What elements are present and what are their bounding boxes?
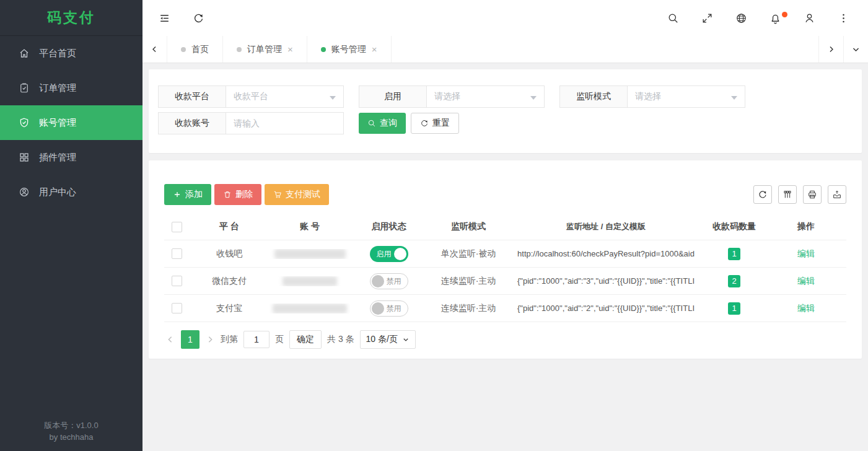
tab-account-management[interactable]: 账号管理 × [307, 36, 392, 63]
platform-cell: 支付宝 [189, 303, 270, 314]
enable-toggle[interactable]: 启用 [370, 246, 408, 262]
tab-bar: 首页 订单管理 × 账号管理 × [142, 36, 868, 63]
globe-icon[interactable] [735, 12, 747, 24]
page-size-value: 10 条/页 [366, 334, 398, 345]
table-row: 支付宝 禁用 连续监听·主动 {"pid":"1000","aid":"2","… [164, 295, 846, 322]
row-checkbox[interactable] [172, 303, 182, 313]
edit-link[interactable]: 编辑 [797, 303, 815, 314]
select-all-checkbox[interactable] [172, 222, 182, 232]
sidebar: 码支付 平台首页 订单管理 账号管理 插件管理 用户中心 版本号：v1.0.0 … [0, 0, 142, 451]
mode-cell: 单次监听·被动 [427, 248, 509, 260]
enabled-select-placeholder: 请选择 [434, 91, 460, 102]
sidebar-item-label: 账号管理 [39, 117, 76, 129]
header-left-icons [158, 12, 204, 24]
sidebar-item-label: 订单管理 [39, 82, 76, 94]
listen-mode-select[interactable]: 请选择 [628, 85, 745, 108]
filter-group-platform: 收款平台 收款平台 [158, 85, 344, 108]
qr-count-badge: 2 [728, 275, 740, 287]
delete-button[interactable]: 删除 [214, 184, 261, 205]
refresh-icon[interactable] [192, 12, 204, 24]
platform-select-placeholder: 收款平台 [234, 91, 268, 102]
export-icon[interactable] [828, 185, 846, 204]
enabled-select[interactable]: 请选择 [427, 85, 545, 108]
app-window: 码支付 平台首页 订单管理 账号管理 插件管理 用户中心 版本号：v1.0.0 … [0, 0, 868, 451]
enabled-filter-label: 启用 [359, 85, 427, 108]
sidebar-item-user-center[interactable]: 用户中心 [0, 175, 142, 209]
goto-page-input[interactable] [243, 331, 270, 348]
enable-toggle[interactable]: 禁用 [370, 273, 408, 289]
tabs-scroll-right-button[interactable] [818, 36, 843, 63]
close-icon[interactable]: × [287, 45, 293, 54]
page-size-select[interactable]: 10 条/页 [360, 330, 416, 349]
listen-mode-filter-label: 监听模式 [559, 85, 628, 108]
sidebar-item-order-management[interactable]: 订单管理 [0, 71, 142, 105]
content-area: 收款平台 收款平台 启用 请选择 监听模式 [142, 63, 868, 451]
redacted-account [273, 304, 347, 313]
sidebar-item-account-management[interactable]: 账号管理 [0, 105, 142, 140]
main-area: 首页 订单管理 × 账号管理 × 收款平台 [142, 0, 868, 451]
account-input[interactable] [226, 112, 344, 134]
toggle-label: 禁用 [387, 274, 401, 289]
shield-check-icon [19, 117, 30, 128]
filter-group-enabled: 启用 请选择 [359, 85, 545, 108]
filter-columns-icon[interactable] [778, 185, 797, 204]
delete-button-label: 删除 [235, 189, 253, 200]
listen-mode-select-placeholder: 请选择 [635, 91, 661, 102]
tab-label: 订单管理 [247, 44, 282, 55]
pay-test-button[interactable]: 支付测试 [265, 184, 329, 205]
chevron-down-icon [530, 96, 537, 100]
tabs-menu-button[interactable] [843, 36, 868, 63]
row-checkbox[interactable] [172, 276, 182, 286]
edit-link[interactable]: 编辑 [797, 248, 815, 260]
table-header-row: 平 台 账 号 启用状态 监听模式 监听地址 / 自定义模版 收款码数量 操作 [164, 214, 846, 240]
pagination-page-1[interactable]: 1 [181, 330, 199, 349]
tab-home[interactable]: 首页 [167, 36, 223, 63]
mode-cell: 连续监听·主动 [427, 303, 509, 314]
table-row: 微信支付 禁用 连续监听·主动 {"pid":"1000","aid":"3",… [164, 268, 846, 295]
chevron-down-icon [330, 96, 336, 100]
tab-label: 账号管理 [331, 44, 366, 55]
pagination-next-button[interactable] [205, 335, 215, 344]
sidebar-item-platform-home[interactable]: 平台首页 [0, 36, 142, 71]
tabs-scroll-left-button[interactable] [142, 36, 167, 63]
search-button[interactable]: 查询 [359, 113, 406, 134]
tab-order-management[interactable]: 订单管理 × [223, 36, 307, 63]
print-icon[interactable] [803, 185, 822, 204]
account-filter-label: 收款账号 [158, 112, 226, 134]
sidebar-item-label: 平台首页 [39, 48, 76, 59]
platform-filter-label: 收款平台 [158, 85, 226, 108]
grid-icon [19, 152, 30, 163]
edit-link[interactable]: 编辑 [797, 276, 815, 287]
pagination-prev-button[interactable] [165, 335, 175, 344]
tab-status-dot [321, 47, 326, 52]
platform-cell: 微信支付 [189, 276, 270, 287]
more-vertical-icon[interactable] [837, 12, 849, 24]
enable-toggle[interactable]: 禁用 [370, 300, 408, 317]
version-number: 版本号：v1.0.0 [0, 420, 142, 432]
version-author: by techhaha [0, 432, 142, 444]
sidebar-item-plugin-management[interactable]: 插件管理 [0, 140, 142, 175]
column-header-url: 监听地址 / 自定义模版 [509, 221, 703, 232]
reset-button[interactable]: 重置 [411, 113, 459, 134]
table-panel: 添加 删除 支付测试 [149, 160, 862, 359]
bell-icon[interactable] [769, 12, 781, 24]
search-icon[interactable] [667, 12, 679, 24]
row-checkbox[interactable] [172, 248, 182, 259]
table-toolbar-buttons: 添加 删除 支付测试 [164, 184, 329, 205]
accounts-table: 平 台 账 号 启用状态 监听模式 监听地址 / 自定义模版 收款码数量 操作 … [164, 214, 846, 322]
close-icon[interactable]: × [372, 45, 377, 54]
redacted-account [274, 249, 346, 259]
toggle-label: 禁用 [387, 301, 401, 316]
tabbar-spacer [392, 36, 818, 63]
home-icon [19, 48, 30, 59]
fullscreen-icon[interactable] [701, 12, 713, 24]
column-header-account: 账 号 [270, 221, 350, 232]
tab-status-dot [237, 47, 242, 52]
goto-confirm-button[interactable]: 确定 [289, 330, 322, 349]
user-icon[interactable] [803, 12, 815, 24]
platform-select[interactable]: 收款平台 [226, 85, 344, 108]
add-button[interactable]: 添加 [164, 184, 211, 205]
url-cell: http://localhost:60/checkPayResult?pid=1… [509, 249, 703, 258]
table-refresh-icon[interactable] [753, 185, 772, 204]
collapse-menu-icon[interactable] [158, 12, 170, 24]
